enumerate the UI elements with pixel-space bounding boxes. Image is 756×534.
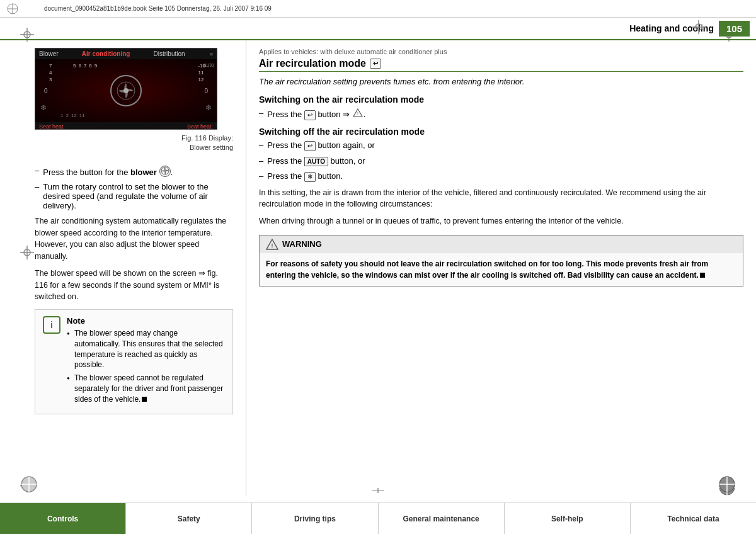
scale-right: -10 11 12	[198, 63, 205, 82]
dashboard-display-image: Blower Air conditioning Distribution ≡ a…	[35, 48, 217, 130]
top-metadata-bar: document_0900452a81b1b9de.book Seite 105…	[0, 0, 756, 18]
air-cond-tab: Air conditioning	[82, 50, 130, 57]
seat-heat-right: Seat heat.	[187, 123, 213, 130]
off-dash-1: –	[259, 140, 263, 150]
instruction-1-text: Press the button for the blower .	[43, 166, 173, 177]
para-recirc-2: When driving through a tunnel or in queu…	[259, 215, 743, 227]
applies-text: Applies to vehicles: with deluxe automat…	[259, 48, 743, 55]
warning-triangle-icon: !	[266, 239, 278, 250]
nav-maintenance[interactable]: General maintenance	[379, 503, 505, 534]
blower-tab: Blower	[39, 50, 59, 57]
dash-prefix-1: –	[35, 166, 39, 175]
section-heading: Air recirculation mode ↩	[259, 58, 743, 72]
page-number: 105	[719, 21, 750, 37]
off-text-3: Press the ❄ button.	[267, 171, 343, 182]
off-dash-3: –	[259, 171, 263, 181]
note-box: i Note The blower speed may change autom…	[35, 309, 233, 414]
switching-on-text: Press the ↩ button ⇒ ! .	[267, 108, 365, 120]
defrost-icon: ❄	[304, 172, 316, 182]
nav-driving-tips[interactable]: Driving tips	[252, 503, 378, 534]
switching-on-item: – Press the ↩ button ⇒ ! .	[259, 108, 743, 120]
instruction-1: – Press the button for the blower .	[35, 166, 233, 177]
warning-body: For reasons of safety you should not lea…	[260, 253, 743, 286]
top-left-reg	[6, 3, 19, 15]
svg-point-30	[164, 169, 166, 172]
page-header: Heating and cooling 105	[0, 18, 756, 40]
warning-title: WARNING	[282, 239, 322, 249]
scale-bottom: 121211	[60, 113, 85, 118]
dash-prefix-2: –	[35, 182, 39, 191]
off-text-1: Press the ↩ button again, or	[267, 140, 375, 151]
off-item-2: – Press the AUTO button, or	[259, 156, 743, 166]
nav-controls[interactable]: Controls	[0, 503, 126, 534]
temp-icon-right: ❄	[205, 103, 212, 112]
menu-icon: ≡	[210, 51, 213, 57]
reg-mark-bottom-right	[718, 475, 736, 495]
fan-display-icon	[110, 75, 142, 106]
italic-intro: The air recirculation setting prevents f…	[259, 76, 743, 88]
off-item-1: – Press the ↩ button again, or	[259, 140, 743, 151]
note-bullet-1: The blower speed may change automaticall…	[67, 328, 225, 370]
end-square	[142, 397, 147, 402]
instruction-2-text: Turn the rotary control to set the blowe…	[43, 182, 233, 210]
para-recirc-1: In this setting, the air is drawn from t…	[259, 187, 743, 211]
blower-label: blower	[130, 168, 157, 177]
para-2: The blower speed will be shown on the sc…	[35, 268, 233, 303]
nav-self-help[interactable]: Self-help	[505, 503, 631, 534]
scale-top: 56789	[73, 63, 97, 69]
off-text-2: Press the AUTO button, or	[267, 156, 365, 166]
svg-text:!: !	[272, 242, 273, 249]
warning-end-square	[700, 273, 705, 278]
svg-text:!: !	[357, 111, 358, 116]
right-column: Applies to vehicles: with deluxe automat…	[246, 40, 756, 496]
warning-text: For reasons of safety you should not lea…	[266, 259, 708, 280]
blower-icon	[159, 166, 171, 177]
auto-icon: AUTO	[304, 157, 328, 166]
center-tick-bottom	[372, 486, 384, 495]
svg-point-28	[123, 88, 129, 93]
temp-icon-left: ❄	[40, 103, 47, 112]
doc-ref-text: document_0900452a81b1b9de.book Seite 105…	[44, 5, 272, 12]
dash-right-temp: 0	[204, 88, 208, 94]
fig-caption-area: Fig. 116 Display: Blower setting	[35, 134, 233, 159]
left-column: Blower Air conditioning Distribution ≡ a…	[0, 40, 246, 496]
fig-num: Fig. 116	[181, 134, 207, 142]
note-bullet-2: The blower speed cannot be regulated sep…	[67, 373, 225, 404]
recirc-icon-2: ↩	[304, 110, 316, 120]
bottom-nav: Controls Safety Driving tips General mai…	[0, 503, 756, 534]
fig-caption: Fig. 116 Display: Blower setting	[181, 134, 233, 153]
switching-off-heading: Switching off the air recirculation mode	[259, 127, 743, 137]
dash-bottom-bar: Seat heat. Seat heat.	[35, 122, 217, 130]
scale-left: 7 4 3	[47, 63, 52, 82]
note-content: Note The blower speed may change automat…	[67, 316, 225, 407]
switching-on-heading: Switching on the air recirculation mode	[259, 94, 743, 105]
instruction-2: – Turn the rotary control to set the blo…	[35, 182, 233, 210]
dash-top-tabs: Blower Air conditioning Distribution ≡	[35, 48, 217, 59]
note-title: Note	[67, 316, 225, 326]
header-reg-mark	[692, 20, 706, 34]
off-dash-2: –	[259, 156, 263, 166]
reg-mark-bottom-left	[20, 475, 38, 495]
warning-box: ! WARNING For reasons of safety you shou…	[259, 235, 743, 287]
nav-technical-data[interactable]: Technical data	[631, 503, 756, 534]
dash-left-temp: 0	[44, 88, 48, 94]
dash-screen: auto 0 0 7 4 3 56789 -10 11 12	[35, 59, 217, 122]
seat-heat-left: Seat heat.	[39, 123, 65, 130]
fig-subtitle: Blower setting	[190, 144, 233, 151]
main-content: Blower Air conditioning Distribution ≡ a…	[0, 40, 756, 496]
note-icon: i	[43, 316, 60, 334]
recirc-icon-3: ↩	[304, 141, 316, 151]
para-1: The air conditioning system automaticall…	[35, 215, 233, 263]
nav-safety[interactable]: Safety	[126, 503, 252, 534]
warning-header: ! WARNING	[260, 236, 743, 253]
fig-title: Display:	[209, 134, 233, 142]
recirc-icon: ↩	[370, 59, 381, 69]
section-title-text: Air recirculation mode	[259, 58, 366, 69]
warning-icon-inline: !	[352, 108, 364, 120]
on-dash: –	[259, 108, 263, 118]
distribution-tab: Distribution	[154, 50, 185, 57]
off-item-3: – Press the ❄ button.	[259, 171, 743, 182]
